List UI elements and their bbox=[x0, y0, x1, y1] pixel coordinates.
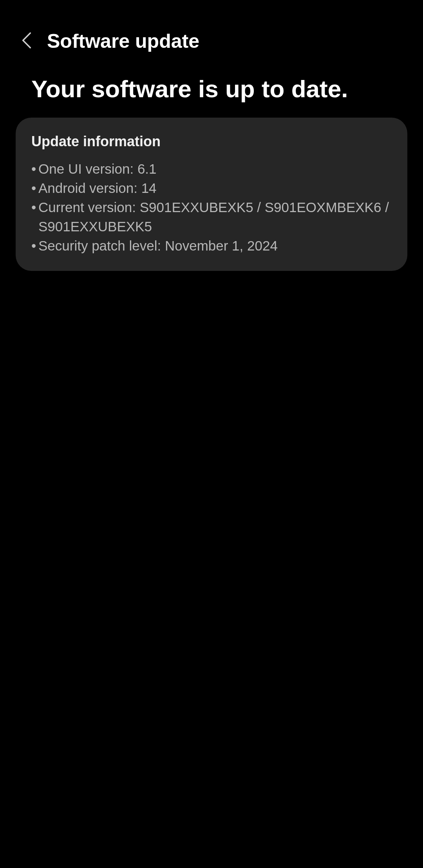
info-item-one-ui-version: One UI version: 6.1 bbox=[31, 159, 392, 178]
app-header: Software update bbox=[0, 0, 423, 59]
info-item-security-patch: Security patch level: November 1, 2024 bbox=[31, 236, 392, 255]
status-heading: Your software is up to date. bbox=[16, 74, 407, 118]
info-item-android-version: Android version: 14 bbox=[31, 178, 392, 198]
info-item-current-version: Current version: S901EXXUBEXK5 / S901EOX… bbox=[31, 198, 392, 236]
content-area: Your software is up to date. Update info… bbox=[0, 59, 423, 271]
chevron-left-icon bbox=[21, 32, 32, 50]
back-button[interactable] bbox=[16, 30, 38, 52]
card-title: Update information bbox=[31, 133, 392, 150]
page-title: Software update bbox=[47, 30, 199, 53]
update-info-card: Update information One UI version: 6.1 A… bbox=[16, 118, 407, 271]
info-list: One UI version: 6.1 Android version: 14 … bbox=[31, 159, 392, 255]
